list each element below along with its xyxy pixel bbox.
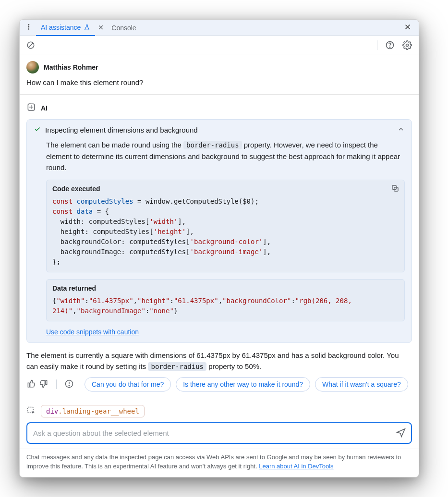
avatar (26, 61, 39, 73)
suggestion-chip[interactable]: Can you do that for me? (85, 377, 171, 392)
send-icon[interactable] (396, 427, 406, 439)
user-name: Matthias Rohmer (44, 63, 98, 71)
caution-link[interactable]: Use code snippets with caution (46, 328, 139, 336)
inline-code: border-radius (183, 141, 242, 149)
inspection-panel: Inspecting element dimensions and backgr… (26, 119, 412, 343)
svg-point-2 (28, 28, 29, 29)
more-menu-icon[interactable] (22, 22, 36, 34)
code-executed-title: Code executed (52, 185, 399, 193)
tab-bar: AI assistance Console (20, 20, 419, 36)
copy-icon[interactable] (391, 184, 400, 194)
tab-close-button[interactable] (95, 23, 107, 33)
check-icon (34, 125, 41, 135)
report-icon[interactable] (64, 379, 74, 390)
user-header: Matthias Rohmer (26, 61, 412, 73)
chat-content: Matthias Rohmer How can I make this elem… (20, 54, 419, 449)
devtools-window: AI assistance Console (19, 19, 419, 478)
flask-icon (84, 24, 90, 31)
ask-input[interactable] (32, 429, 396, 438)
chevron-up-icon[interactable] (397, 125, 405, 135)
tab-ai-assistance[interactable]: AI assistance (36, 20, 95, 36)
toolbar-divider (377, 40, 377, 50)
user-message: How can I make this element round? (26, 78, 412, 86)
thumbs-up-icon[interactable] (26, 379, 36, 390)
close-panel-button[interactable] (400, 22, 415, 34)
feedback-row: Can you do that for me?Is there any othe… (26, 377, 412, 392)
inline-code: border-radius (148, 362, 206, 371)
clear-icon[interactable] (24, 39, 37, 51)
settings-icon[interactable] (400, 38, 414, 52)
toolbar (20, 36, 419, 54)
tab-console[interactable]: Console (107, 20, 141, 36)
data-returned-box: Data returned {"width":"61.4375px","heig… (46, 279, 405, 321)
data-returned-title: Data returned (52, 284, 399, 292)
help-icon[interactable] (383, 38, 397, 52)
svg-point-1 (28, 26, 29, 27)
code-executed: const computedStyles = window.getCompute… (52, 196, 399, 267)
learn-link[interactable]: Learn about AI in DevTools (259, 463, 333, 470)
ai-sparkle-icon (26, 102, 36, 113)
tab-label: Console (111, 24, 136, 32)
thumbs-down-icon[interactable] (39, 379, 48, 390)
suggestion-chip[interactable]: What if it wasn't a square? (315, 377, 408, 392)
selected-element-chip[interactable]: div.landing-gear__wheel (41, 405, 145, 417)
code-executed-box: Code executed const computedStyles = win… (46, 180, 405, 272)
element-tag: div (46, 407, 58, 415)
suggestion-chip[interactable]: Is there any other way to make it round? (176, 377, 310, 392)
suggestion-chips: Can you do that for me?Is there any othe… (85, 377, 412, 392)
element-picker-icon[interactable] (26, 406, 36, 417)
selected-element-row: div.landing-gear__wheel (26, 405, 412, 417)
ask-input-container (26, 422, 412, 444)
inspection-body: The element can be made round using the … (46, 139, 405, 173)
feedback-icons (26, 379, 74, 390)
ai-header: AI (26, 102, 412, 113)
data-returned: {"width":"61.4375px","height":"61.4375px… (52, 296, 399, 316)
footer-disclaimer: Chat messages and any data the inspected… (20, 449, 419, 477)
element-class: .landing-gear__wheel (58, 407, 139, 415)
ai-summary: The element is currently a square with d… (26, 350, 412, 372)
svg-point-5 (389, 47, 390, 47)
tab-label: AI assistance (41, 24, 81, 31)
svg-point-6 (406, 44, 409, 46)
inspection-header[interactable]: Inspecting element dimensions and backgr… (34, 125, 405, 135)
separator (20, 94, 419, 95)
svg-point-0 (28, 24, 29, 25)
inspection-title: Inspecting element dimensions and backgr… (45, 126, 393, 134)
ai-label: AI (41, 104, 48, 112)
svg-point-11 (69, 385, 70, 386)
divider (56, 380, 57, 389)
